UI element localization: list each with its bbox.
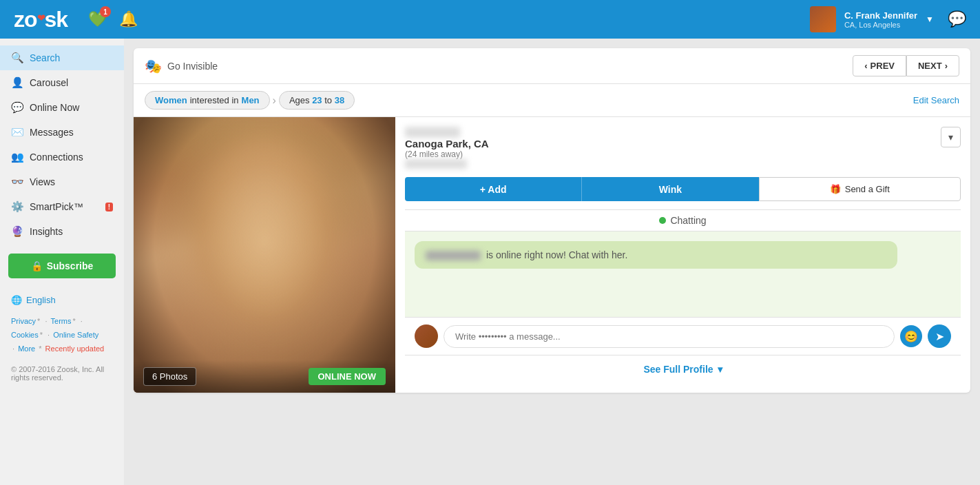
prev-label: PREV [870, 61, 895, 71]
connections-icon: 👥 [11, 151, 24, 163]
sidebar-item-smartpick[interactable]: ⚙️ SmartPick™ ! [0, 194, 124, 219]
main-layout: 🔍 Search 👤 Carousel 💬 Online Now ✉️ Mess… [0, 39, 980, 485]
blurred-stat-2 [405, 159, 467, 169]
add-button[interactable]: + Add [405, 177, 581, 201]
sidebar-label-online-now: Online Now [30, 102, 79, 113]
smartpick-icon: ⚙️ [11, 200, 24, 213]
user-name: C. Frank Jennifer [844, 10, 917, 21]
see-full-profile-link[interactable]: See Full Profile ▾ [413, 364, 952, 375]
info-section: Canoga Park, CA (24 miles away) ▾ + Add … [395, 117, 970, 393]
sidebar-item-messages[interactable]: ✉️ Messages [0, 120, 124, 145]
cookies-link[interactable]: Cookies [11, 331, 39, 339]
sidebar-label-search: Search [30, 52, 60, 63]
next-button[interactable]: NEXT › [906, 55, 959, 76]
action-buttons: + Add Wink 🎁 Send a Gift [405, 177, 961, 201]
carousel-icon: 👤 [11, 76, 24, 89]
send-button[interactable]: ➤ [928, 324, 951, 348]
sidebar-item-views[interactable]: 👓 Views [0, 169, 124, 194]
interested-in-label: interested in [190, 95, 239, 105]
gift-button[interactable]: 🎁 Send a Gift [759, 177, 961, 201]
chat-icon[interactable]: 💬 [948, 10, 966, 28]
message-input-area: 😊 ➤ [405, 317, 961, 355]
gift-icon: 🎁 [830, 184, 841, 194]
photo-bottom-bar: 6 Photos ONLINE NOW [134, 360, 395, 393]
gender-filter[interactable]: Women interested in Men [145, 91, 270, 110]
privacy-link[interactable]: Privacy [11, 317, 36, 325]
logo[interactable]: zo❤sk [14, 7, 67, 32]
age-to-label: to [324, 95, 334, 105]
subscribe-label: Subscribe [47, 260, 94, 271]
profile-photo[interactable] [134, 117, 395, 393]
online-now-icon: 💬 [11, 101, 24, 114]
profile-header: Canoga Park, CA (24 miles away) ▾ [405, 127, 961, 169]
photos-count[interactable]: 6 Photos [143, 367, 196, 386]
go-invisible-button[interactable]: 🎭 Go Invisible [145, 58, 218, 74]
insights-icon: 🔮 [11, 225, 24, 238]
search-panel: 🎭 Go Invisible ‹ PREV NEXT › [134, 48, 970, 393]
sidebar-item-search[interactable]: 🔍 Search [0, 45, 124, 70]
sidebar-label-insights: Insights [30, 226, 63, 237]
sidebar-item-carousel[interactable]: 👤 Carousel [0, 70, 124, 95]
avatar-image [810, 6, 836, 32]
footer-links: Privacy* · Terms* · Cookies* · Online Sa… [0, 312, 124, 358]
chatting-bar: Chatting [405, 209, 961, 231]
filter-arrow-icon: › [273, 94, 276, 107]
sidebar-label-carousel: Carousel [30, 77, 68, 88]
emoji-button[interactable]: 😊 [900, 325, 922, 347]
online-safety-link[interactable]: Online Safety [53, 331, 98, 339]
search-icon: 🔍 [11, 52, 24, 64]
notifications-icon-wrap[interactable]: 💚 1 [88, 10, 107, 28]
messages-icon: ✉️ [11, 126, 24, 138]
go-invisible-label: Go Invisible [167, 61, 218, 72]
sidebar-label-views: Views [30, 176, 55, 187]
ages-label: Ages [289, 95, 310, 105]
gift-label: Send a Gift [845, 184, 890, 194]
blurred-stat-1 [405, 127, 460, 138]
bell-icon-wrap[interactable]: 🔔 [119, 10, 138, 28]
message-input[interactable] [444, 325, 895, 348]
sidebar-item-insights[interactable]: 🔮 Insights [0, 219, 124, 244]
chat-message-text: is online right now! Chat with her. [486, 249, 627, 260]
user-location: CA, Los Angeles [844, 21, 917, 29]
sidebar-item-online-now[interactable]: 💬 Online Now [0, 95, 124, 120]
recently-updated-link[interactable]: Recently updated [45, 344, 105, 353]
panel-topbar: 🎭 Go Invisible ‹ PREV NEXT › [134, 48, 970, 84]
profile-location: Canoga Park, CA [405, 138, 489, 149]
views-icon: 👓 [11, 176, 24, 188]
chat-message: is online right now! Chat with her. [415, 241, 897, 269]
terms-link[interactable]: Terms [51, 317, 72, 325]
avatar[interactable] [810, 6, 836, 32]
profile-stats: Canoga Park, CA (24 miles away) [405, 127, 489, 169]
subscribe-button[interactable]: 🔒 Subscribe [8, 254, 116, 278]
emoji-icon: 😊 [904, 330, 918, 343]
interested-gender-label: Men [242, 95, 260, 105]
prev-arrow-icon: ‹ [864, 61, 867, 71]
profile-area: 6 Photos ONLINE NOW Canoga Park, CA (24 … [134, 117, 970, 393]
send-icon: ➤ [935, 330, 944, 343]
more-link[interactable]: More [18, 344, 35, 353]
language-selector[interactable]: 🌐 English [0, 288, 124, 312]
header: zo❤sk 💚 1 🔔 C. Frank Jennifer CA, Los An… [0, 0, 980, 39]
profile-dropdown-button[interactable]: ▾ [941, 127, 961, 147]
sidebar-item-connections[interactable]: 👥 Connections [0, 145, 124, 169]
nav-buttons: ‹ PREV NEXT › [853, 55, 959, 76]
globe-icon: 🌐 [11, 295, 22, 305]
sidebar-label-connections: Connections [30, 152, 83, 163]
main-content: 🎭 Go Invisible ‹ PREV NEXT › [124, 39, 980, 485]
photo-blur-overlay [134, 117, 395, 393]
wink-button[interactable]: Wink [581, 177, 758, 201]
age-from: 23 [312, 95, 322, 105]
online-dot [659, 217, 666, 224]
photo-section: 6 Photos ONLINE NOW [134, 117, 395, 393]
bell-icon: 🔔 [119, 10, 138, 28]
see-full-profile-label: See Full Profile [643, 364, 713, 375]
edit-search-link[interactable]: Edit Search [913, 95, 959, 105]
user-dropdown-icon[interactable]: ▼ [926, 14, 934, 24]
language-label: English [26, 295, 56, 305]
sidebar-label-smartpick: SmartPick™ [30, 201, 83, 212]
next-label: NEXT [918, 61, 942, 71]
prev-button[interactable]: ‹ PREV [853, 55, 906, 76]
smartpick-badge: ! [105, 203, 113, 211]
age-filter[interactable]: Ages 23 to 38 [279, 91, 355, 110]
header-right: C. Frank Jennifer CA, Los Angeles ▼ 💬 [810, 6, 966, 32]
